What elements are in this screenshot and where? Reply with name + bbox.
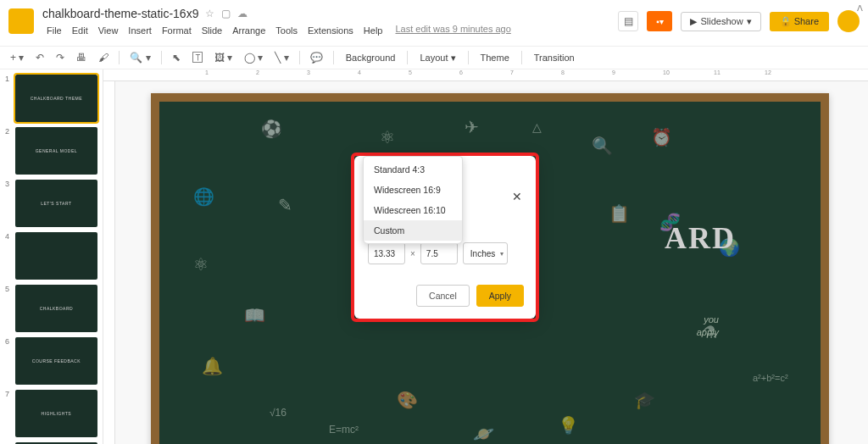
toolbar: + ▾ ↶ ↷ 🖶 🖌 🔍 ▾ ⬉ 🅃 🖼 ▾ ◯ ▾ ╲ ▾ 💬 Backgr… (0, 46, 868, 69)
app-header: chalkboard-theme-static-16x9 ☆ ▢ ☁ File … (0, 0, 868, 46)
slide-thumb-5[interactable]: CHALKBOARD (15, 285, 97, 332)
size-inputs-row: × Inches (368, 242, 508, 264)
doodle-atom-icon: ⚛ (380, 127, 395, 147)
separator (299, 51, 300, 64)
new-slide-button[interactable]: + ▾ (7, 50, 27, 65)
slide-thumb-6[interactable]: COURSE FEEDBACK (15, 337, 97, 385)
doodle-clock-icon: ⏰ (651, 127, 672, 147)
menu-tools[interactable]: Tools (271, 24, 302, 37)
line-tool[interactable]: ╲ ▾ (271, 50, 292, 65)
thumb-number: 6 (5, 337, 12, 346)
slide-title: ARD (665, 220, 736, 256)
share-label: Share (794, 16, 819, 26)
doodle-glass-icon: 🔍 (592, 136, 613, 156)
thumb-number: 4 (5, 232, 12, 241)
apply-button[interactable]: Apply (476, 285, 524, 307)
shape-tool[interactable]: ◯ ▾ (241, 50, 266, 65)
header-right: ▤ ▪▾ ▶ Slideshow ▾ 🔒 Share (618, 10, 860, 32)
separator (161, 51, 162, 64)
undo-button[interactable]: ↶ (32, 50, 47, 65)
slide-thumb-4[interactable] (15, 232, 97, 280)
zoom-button[interactable]: 🔍 ▾ (126, 50, 153, 65)
user-avatar[interactable] (837, 10, 860, 32)
collapse-arrow-icon[interactable]: ᐱ (857, 3, 863, 13)
doodle-palette-icon: 🎨 (397, 390, 418, 410)
thumb-number: 1 (5, 75, 12, 83)
slideshow-label: Slideshow (700, 16, 743, 26)
paint-format-button[interactable]: 🖌 (95, 50, 112, 65)
cancel-button[interactable]: Cancel (416, 285, 470, 307)
horizontal-ruler: 1 2 3 4 5 6 7 8 9 10 11 12 (103, 69, 868, 81)
share-button[interactable]: 🔒 Share (770, 12, 829, 31)
textbox-tool[interactable]: 🅃 (189, 50, 206, 65)
menu-insert[interactable]: Insert (124, 24, 156, 37)
doodle-ball-icon: ⚽ (261, 119, 282, 139)
dialog-buttons: Cancel Apply (416, 285, 524, 307)
separator (468, 51, 469, 64)
option-widescreen-169[interactable]: Widescreen 16:9 (364, 180, 462, 200)
option-custom[interactable]: Custom (364, 220, 462, 241)
print-button[interactable]: 🖶 (73, 50, 90, 65)
close-button[interactable]: ✕ (512, 190, 522, 203)
meet-camera-icon[interactable]: ▪▾ (647, 11, 672, 31)
slides-app-icon[interactable] (8, 8, 34, 34)
document-title[interactable]: chalkboard-theme-static-16x9 (42, 7, 198, 20)
thumb-number: 7 (5, 390, 12, 398)
film-strip[interactable]: 1CHALKBOARD THEME 2GENERAL MODEL 3LET'S … (0, 69, 103, 444)
width-input[interactable] (368, 242, 405, 264)
theme-button[interactable]: Theme (476, 51, 515, 64)
thumb-number: 5 (5, 285, 12, 293)
doodle-plane-icon: ✈ (465, 117, 479, 137)
menu-file[interactable]: File (42, 24, 66, 37)
slide-thumb-3[interactable]: LET'S START (15, 180, 97, 227)
doodle-book-icon: 📖 (244, 305, 265, 325)
unit-select[interactable]: Inches (463, 242, 508, 264)
thumb-number: 2 (5, 127, 12, 136)
doodle-cap-icon: 🎓 (634, 390, 655, 410)
doodle-formula-icon: a²+b²=c² (753, 373, 788, 383)
doodle-globe-icon: 🌐 (193, 186, 214, 207)
slide-thumb-7[interactable]: HIGHLIGHTS (15, 390, 97, 437)
menu-slide[interactable]: Slide (198, 24, 226, 37)
menu-format[interactable]: Format (158, 24, 196, 37)
image-tool[interactable]: 🖼 ▾ (211, 50, 236, 65)
doodle-planet-icon: 🪐 (473, 424, 494, 444)
slide-subtitle: you apply (697, 314, 719, 340)
doodle-bulb-icon: 💡 (558, 415, 579, 436)
doodle-notes-icon: 📋 (609, 203, 630, 224)
thumb-number: 3 (5, 180, 12, 188)
background-button[interactable]: Background (341, 51, 401, 64)
doodle-emc-icon: E=mc² (329, 424, 359, 436)
layout-button[interactable]: Layout ▾ (415, 51, 460, 65)
separator (119, 51, 120, 64)
menu-arrange[interactable]: Arrange (228, 24, 270, 37)
menu-edit[interactable]: Edit (68, 24, 92, 37)
select-tool[interactable]: ⬉ (169, 50, 184, 65)
last-edit-info[interactable]: Last edit was 9 minutes ago (395, 24, 510, 37)
doodle-triangle-icon: △ (532, 120, 542, 134)
slideshow-button[interactable]: ▶ Slideshow ▾ (681, 12, 760, 31)
doodle-atom2-icon: ⚛ (193, 254, 209, 275)
comment-history-icon[interactable]: ▤ (618, 11, 638, 31)
aspect-ratio-dropdown: Standard 4:3 Widescreen 16:9 Widescreen … (363, 156, 463, 244)
option-standard-43[interactable]: Standard 4:3 (364, 159, 462, 180)
separator (333, 51, 334, 64)
slide-thumb-1[interactable]: CHALKBOARD THEME (15, 75, 97, 122)
menu-extensions[interactable]: Extensions (303, 24, 358, 37)
star-icon[interactable]: ☆ (205, 8, 214, 19)
redo-button[interactable]: ↷ (53, 50, 68, 65)
menu-view[interactable]: View (94, 24, 123, 37)
move-icon[interactable]: ▢ (221, 8, 231, 19)
comment-tool[interactable]: 💬 (307, 50, 326, 65)
cloud-icon[interactable]: ☁ (237, 8, 248, 19)
title-row: chalkboard-theme-static-16x9 ☆ ▢ ☁ (42, 5, 618, 22)
transition-button[interactable]: Transition (529, 51, 580, 64)
separator (521, 51, 522, 64)
height-input[interactable] (420, 242, 458, 264)
doodle-pencil-icon: ✎ (278, 195, 292, 215)
menu-bar: File Edit View Insert Format Slide Arran… (42, 24, 618, 37)
option-widescreen-1610[interactable]: Widescreen 16:10 (364, 200, 462, 220)
doodle-sqrt-icon: √16 (270, 407, 287, 419)
slide-thumb-2[interactable]: GENERAL MODEL (15, 127, 97, 175)
menu-help[interactable]: Help (359, 24, 387, 37)
